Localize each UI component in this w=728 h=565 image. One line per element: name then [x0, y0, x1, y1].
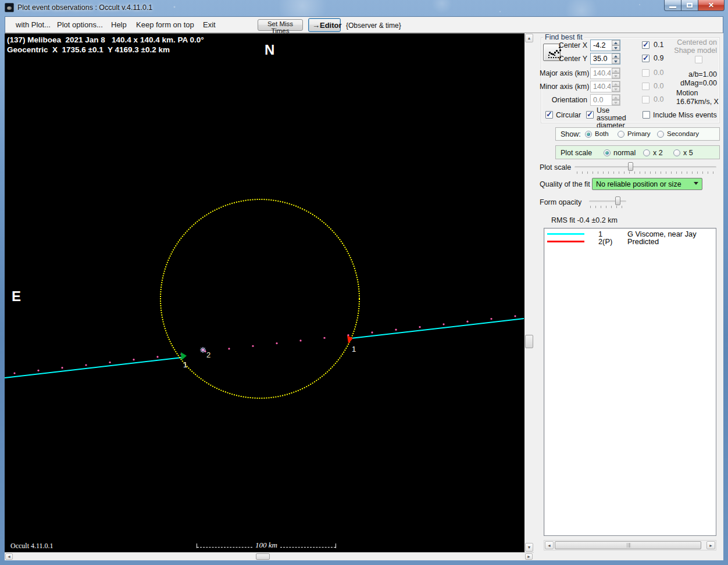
- close-button[interactable]: ✕: [698, 0, 725, 11]
- scroll-right-button[interactable]: ►: [525, 553, 533, 560]
- show-both-label: Both: [595, 130, 609, 137]
- svg-text:1: 1: [183, 360, 187, 369]
- plot-scale-slider-label: Plot scale: [540, 163, 571, 171]
- show-both-radio[interactable]: [585, 131, 592, 138]
- menu-with-plot[interactable]: with Plot...: [12, 17, 54, 33]
- menu-keep-on-top[interactable]: Keep form on top: [133, 17, 198, 33]
- center-x-label: Center X: [557, 41, 587, 49]
- center-y-sigma-label: 0.9: [654, 54, 663, 62]
- legend-row-2[interactable]: 2(P) Predicted: [544, 238, 716, 245]
- form-opacity-slider-ticks: [590, 206, 624, 208]
- quality-of-fit-dropdown[interactable]: No reliable position or size: [592, 178, 702, 190]
- circular-checkbox[interactable]: [545, 111, 553, 119]
- observer-legend-list[interactable]: 1 G Viscome, near Jay 2(P) Predicted: [544, 228, 716, 536]
- orientation-fit-checkbox: [642, 96, 650, 103]
- major-axis-sigma-label: 0.0: [654, 69, 663, 77]
- close-icon: ✕: [708, 1, 714, 9]
- use-assumed-diameter-checkbox[interactable]: [586, 111, 594, 119]
- east-label: E: [12, 288, 21, 305]
- editor-button[interactable]: →Editor: [308, 18, 341, 32]
- scroll-left-button[interactable]: ◄: [5, 553, 13, 560]
- major-axis-spinner: [612, 68, 620, 78]
- title-bar[interactable]: Plot event observations : Occult v.4.11.…: [0, 0, 728, 16]
- horizontal-scroll-thumb[interactable]: [256, 553, 270, 560]
- minor-axis-spinner: [612, 81, 620, 92]
- orientation-label: Orientation: [540, 96, 587, 104]
- observer-time-label: {Observer & time}: [346, 22, 401, 30]
- center-y-spinner[interactable]: [612, 53, 620, 64]
- legend-2-number: 2(P): [598, 237, 612, 246]
- vertical-scroll-thumb[interactable]: [525, 335, 533, 348]
- legend-scroll-thumb[interactable]: [555, 541, 701, 549]
- find-best-fit-label: Find best fit: [543, 33, 584, 41]
- show-primary-label: Primary: [627, 130, 651, 137]
- app-window: Plot event observations : Occult v.4.11.…: [0, 0, 728, 565]
- client-area: with Plot... Plot options... Help Keep f…: [5, 16, 723, 560]
- scale-bar: 100 km: [197, 543, 336, 550]
- major-axis-fit-checkbox: [642, 69, 650, 77]
- center-y-fit-checkbox[interactable]: [642, 55, 650, 62]
- motion-label: Motion: [676, 89, 698, 97]
- plot-scale-options-box: Plot scale normal x 2 x 5: [555, 145, 720, 159]
- minimize-button[interactable]: [664, 0, 681, 11]
- menu-help[interactable]: Help: [108, 17, 130, 33]
- scroll-grip: [626, 543, 631, 548]
- chevron-down-icon: [694, 182, 698, 185]
- plot-vertical-scrollbar[interactable]: ▲ ▼: [524, 33, 534, 552]
- dmag-label: dMag=0.00: [668, 79, 717, 87]
- chord-2-swatch: [547, 241, 584, 242]
- plot-scale-box-label: Plot scale: [561, 149, 592, 157]
- plot-scale-slider-ticks: [577, 171, 715, 174]
- ab-ratio-label: a/b=1.00: [668, 70, 717, 78]
- center-x-spinner[interactable]: [612, 40, 620, 51]
- form-opacity-slider-track[interactable]: [589, 201, 626, 202]
- menu-exit[interactable]: Exit: [199, 17, 219, 33]
- scale-bar-right-cap: [336, 543, 336, 548]
- chord-1-swatch: [547, 233, 584, 235]
- legend-scroll-right-button[interactable]: ►: [706, 541, 715, 549]
- window-title: Plot event observations : Occult v.4.11.…: [17, 3, 152, 12]
- motion-value-label: 16.67km/s, X: [676, 98, 719, 106]
- form-opacity-label: Form opacity: [540, 198, 581, 206]
- use-assumed-diameter-label: Use assumed diameter: [597, 107, 638, 130]
- scale-bar-label: 100 km: [255, 542, 277, 549]
- include-miss-events-checkbox[interactable]: [643, 111, 650, 119]
- show-options-box: Show: Both Primary Secondary: [555, 127, 720, 141]
- minor-axis-label: Minor axis (km): [540, 83, 587, 91]
- plot-area[interactable]: 112 (137) Meliboea 2021 Jan 8 140.4 x 14…: [5, 33, 524, 552]
- scale-x2-label: x 2: [653, 149, 663, 157]
- major-axis-label: Major axis (km): [540, 69, 587, 77]
- scroll-up-button[interactable]: ▲: [525, 34, 533, 42]
- orientation-spinner: [612, 95, 620, 105]
- circular-label: Circular: [556, 111, 581, 119]
- show-primary-radio[interactable]: [618, 131, 624, 138]
- plot-title-line2: Geocentric X 1735.6 ±0.1 Y 4169.3 ±0.2 k…: [7, 45, 170, 54]
- center-y-label: Center Y: [557, 55, 587, 63]
- maximize-button[interactable]: [681, 0, 698, 11]
- minor-axis-fit-checkbox: [642, 83, 650, 90]
- center-x-fit-checkbox[interactable]: [642, 41, 650, 49]
- scale-normal-radio[interactable]: [604, 149, 611, 156]
- scale-x5-radio[interactable]: [673, 149, 680, 156]
- plot-scale-slider-track[interactable]: [574, 166, 716, 168]
- plot-version-label: Occult 4.11.0.1: [10, 542, 53, 550]
- plot-horizontal-scrollbar[interactable]: ◄ ►: [5, 552, 534, 560]
- legend-horizontal-scrollbar[interactable]: ◄ ►: [544, 540, 716, 550]
- menu-plot-options[interactable]: Plot options...: [53, 17, 106, 33]
- show-label: Show:: [561, 130, 581, 138]
- orientation-sigma-label: 0.0: [654, 95, 663, 103]
- scale-x2-radio[interactable]: [643, 149, 650, 156]
- centered-on-label-2: Shape model: [668, 47, 717, 55]
- scale-x5-label: x 5: [683, 149, 693, 157]
- minimize-icon: [669, 6, 676, 8]
- centered-on-label-1: Centered on: [668, 38, 717, 47]
- legend-2-name: Predicted: [627, 237, 659, 246]
- svg-text:2: 2: [206, 351, 210, 359]
- legend-scroll-left-button[interactable]: ◄: [545, 541, 554, 549]
- scroll-down-button[interactable]: ▼: [525, 543, 533, 552]
- form-opacity-slider-thumb[interactable]: [615, 196, 620, 205]
- show-secondary-label: Secondary: [667, 130, 699, 137]
- plot-scale-slider-thumb[interactable]: [628, 162, 633, 171]
- show-secondary-radio[interactable]: [657, 131, 664, 138]
- set-miss-times-button[interactable]: Set Miss Times: [258, 19, 303, 31]
